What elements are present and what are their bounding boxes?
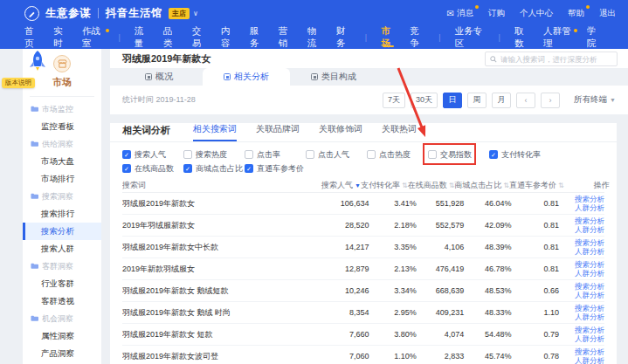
nav-business-zone[interactable]: 业务专区 xyxy=(455,26,485,49)
sort-desc-icon[interactable]: ▼ xyxy=(355,182,361,189)
next-period-button[interactable]: › xyxy=(541,93,560,108)
nav-data-extract[interactable]: 取数 xyxy=(514,26,529,49)
column-search-popularity[interactable]: 搜索人气▼ xyxy=(321,180,361,191)
personal-center-link[interactable]: 个人中心 xyxy=(520,8,553,19)
subscribe-link[interactable]: 订购 xyxy=(488,8,505,19)
checkbox-unchecked-icon[interactable] xyxy=(183,150,192,159)
logout-link[interactable]: 退出 xyxy=(599,8,616,19)
checkbox-checked-icon[interactable]: ✓ xyxy=(183,164,192,173)
table-row: 2019年新款羽绒服女 12,879 2.13% 476,419 46.78% … xyxy=(122,258,604,280)
sidebar-item-market-ranking[interactable]: 市场排行 xyxy=(23,170,101,188)
column-online-products[interactable]: 在线商品数⇅ xyxy=(408,180,455,191)
keyword-search-box[interactable] xyxy=(485,52,618,66)
terminal-filter-dropdown[interactable]: 所有终端▼ xyxy=(574,94,616,106)
sidebar-item-industry-customer[interactable]: 行业客群 xyxy=(23,275,101,292)
search-input[interactable] xyxy=(500,55,612,64)
crowd-analysis-link[interactable]: 人群分析 xyxy=(575,203,604,213)
search-analysis-link[interactable]: 搜索分析 xyxy=(575,304,604,313)
sort-icon[interactable]: ⇅ xyxy=(449,182,455,189)
sidebar-item-search-crowd[interactable]: 搜索人群 xyxy=(23,240,101,258)
sidebar-item-search-analysis[interactable]: 搜索分析 xyxy=(23,223,101,240)
nav-trade[interactable]: 交易 xyxy=(192,26,207,49)
range-week-button[interactable]: 周 xyxy=(467,93,487,108)
range-7d-button[interactable]: 7天 xyxy=(383,93,405,108)
filter-mall-click-share[interactable]: ✓商城点击占比 xyxy=(183,163,245,175)
nav-competition[interactable]: 竞争 xyxy=(410,26,424,49)
store-chevron-down-icon[interactable]: ∨ xyxy=(193,10,198,17)
nav-crowd-management[interactable]: 人群管理 xyxy=(543,26,573,49)
sidebar-item-attribute-insight[interactable]: 属性洞察 xyxy=(23,327,101,345)
sidebar-item-customer-perspective[interactable]: 客群透视 xyxy=(23,292,101,310)
messages-link[interactable]: ✉消息 xyxy=(447,8,473,19)
filter-click-rate[interactable]: 点击率 xyxy=(245,149,306,161)
crowd-analysis-link[interactable]: 人群分析 xyxy=(575,291,604,300)
tab-related-hot-words[interactable]: 关联热词 xyxy=(382,123,417,141)
filter-online-products[interactable]: ✓在线商品数 xyxy=(122,163,183,175)
nav-traffic[interactable]: 流量 xyxy=(135,26,149,49)
sidebar: 市场 市场监控 监控看板 供给洞察 市场大盘 市场排行 搜索洞察 搜索排行 搜索… xyxy=(23,49,101,364)
filter-click-heat[interactable]: 点击热度 xyxy=(367,149,428,161)
nav-marketing[interactable]: 营销 xyxy=(279,26,293,49)
crowd-analysis-link[interactable]: 人群分析 xyxy=(575,334,604,344)
checkbox-checked-icon[interactable]: ✓ xyxy=(122,164,131,173)
crowd-analysis-link[interactable]: 人群分析 xyxy=(575,312,604,322)
filter-transaction-index[interactable]: 交易指数 xyxy=(428,149,489,161)
filter-search-popularity[interactable]: ✓搜索人气 xyxy=(122,149,183,161)
tab-related-modifier-words[interactable]: 关联修饰词 xyxy=(319,123,362,141)
tab-overview[interactable]: 概况 xyxy=(115,68,203,86)
nav-category[interactable]: 品类 xyxy=(163,26,178,49)
range-month-button[interactable]: 月 xyxy=(492,93,511,108)
checkbox-unchecked-icon[interactable] xyxy=(245,150,253,159)
search-analysis-link[interactable]: 搜索分析 xyxy=(575,347,604,357)
nav-finance[interactable]: 财务 xyxy=(336,26,351,49)
nav-realtime[interactable]: 实时 xyxy=(53,26,68,49)
filter-search-heat[interactable]: 搜索热度 xyxy=(183,149,245,161)
column-payment-conversion[interactable]: 支付转化率⇅ xyxy=(361,180,408,191)
range-30d-button[interactable]: 30天 xyxy=(411,93,438,108)
column-ztc-reference-price[interactable]: 直通车参考价⇅ xyxy=(509,180,564,191)
sidebar-item-product-insight[interactable]: 产品洞察 xyxy=(23,345,101,362)
search-analysis-link[interactable]: 搜索分析 xyxy=(575,282,604,292)
search-analysis-link[interactable]: 搜索分析 xyxy=(575,216,604,226)
filter-payment-conversion[interactable]: ✓支付转化率 xyxy=(489,149,550,161)
tab-category-composition[interactable]: 类目构成 xyxy=(290,68,377,86)
nav-home[interactable]: 首页 xyxy=(24,26,39,49)
checkbox-checked-icon[interactable]: ✓ xyxy=(122,150,131,159)
sort-icon[interactable]: ⇅ xyxy=(503,182,509,189)
checkbox-unchecked-icon[interactable] xyxy=(306,150,314,159)
filter-ztc-reference-price[interactable]: ✓直通车参考价 xyxy=(245,163,306,175)
crowd-analysis-link[interactable]: 人群分析 xyxy=(575,247,604,257)
sidebar-item-market-overview[interactable]: 市场大盘 xyxy=(23,153,101,170)
nav-warroom[interactable]: 作战室 xyxy=(82,26,105,49)
sidebar-item-search-ranking[interactable]: 搜索排行 xyxy=(23,205,101,223)
nav-academy[interactable]: 学院 xyxy=(587,26,602,49)
tab-related-analysis[interactable]: 相关分析 xyxy=(203,68,290,86)
nav-logistics[interactable]: 物流 xyxy=(307,26,322,49)
sidebar-item-monitor-board[interactable]: 监控看板 xyxy=(23,118,101,135)
version-note-widget[interactable]: 版本说明 xyxy=(2,50,54,88)
search-analysis-link[interactable]: 搜索分析 xyxy=(575,260,604,270)
checkbox-checked-icon[interactable]: ✓ xyxy=(489,150,498,159)
crowd-analysis-link[interactable]: 人群分析 xyxy=(575,356,604,364)
filter-click-popularity[interactable]: 点击人气 xyxy=(306,149,367,161)
search-analysis-link[interactable]: 搜索分析 xyxy=(575,195,604,204)
prev-period-button[interactable]: ‹ xyxy=(516,93,535,108)
nav-market[interactable]: 市场 xyxy=(381,26,396,49)
range-day-button[interactable]: 日 xyxy=(443,93,462,108)
search-analysis-link[interactable]: 搜索分析 xyxy=(575,238,604,248)
checkbox-unchecked-icon[interactable] xyxy=(428,150,437,159)
column-mall-click-share[interactable]: 商城点击占比⇅ xyxy=(454,180,509,191)
sort-icon[interactable]: ⇅ xyxy=(402,182,408,189)
nav-service[interactable]: 服务 xyxy=(250,26,265,49)
checkbox-unchecked-icon[interactable] xyxy=(367,150,376,159)
nav-content[interactable]: 内容 xyxy=(221,26,236,49)
tab-related-search-words[interactable]: 相关搜索词 xyxy=(193,123,237,141)
tab-related-brand-words[interactable]: 关联品牌词 xyxy=(256,123,300,141)
checkbox-checked-icon[interactable]: ✓ xyxy=(245,164,253,173)
help-link[interactable]: 帮助 xyxy=(568,8,584,19)
sort-icon[interactable]: ⇅ xyxy=(558,182,564,189)
search-analysis-link[interactable]: 搜索分析 xyxy=(575,326,604,335)
crowd-analysis-link[interactable]: 人群分析 xyxy=(575,269,604,278)
folder-icon xyxy=(31,193,38,200)
crowd-analysis-link[interactable]: 人群分析 xyxy=(575,225,604,235)
